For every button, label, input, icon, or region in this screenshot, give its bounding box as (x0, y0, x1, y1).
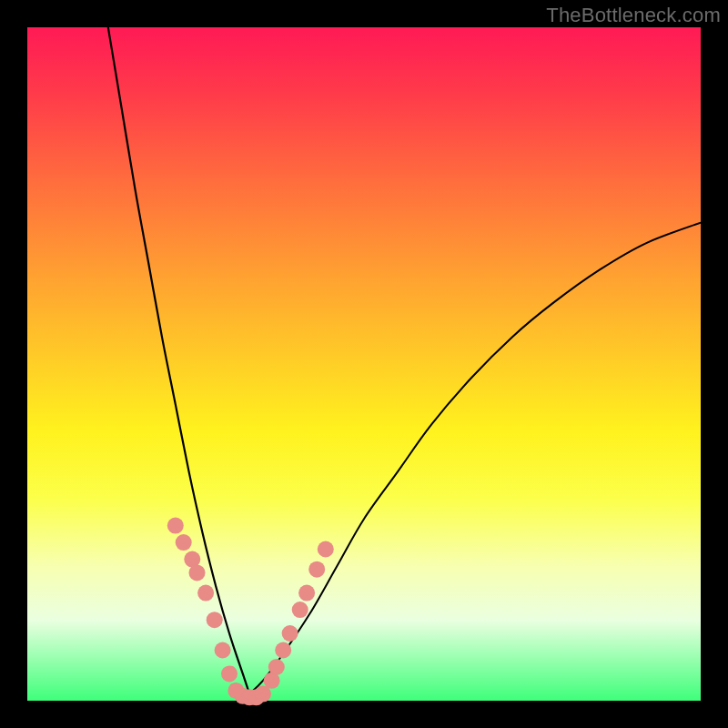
highlight-marker (275, 642, 291, 659)
plot-area (27, 27, 701, 701)
highlight-marker (292, 602, 308, 618)
curve-right-branch (249, 223, 701, 694)
highlight-marker (189, 564, 206, 581)
highlight-marker (282, 625, 298, 642)
curve-left-branch (108, 27, 249, 694)
highlight-marker (318, 541, 334, 558)
highlight-markers (167, 518, 334, 706)
highlight-marker (176, 534, 192, 551)
highlight-marker (167, 518, 184, 534)
highlight-marker (197, 585, 214, 602)
highlight-marker (268, 659, 285, 675)
highlight-marker (207, 612, 223, 628)
highlight-marker (221, 665, 238, 682)
highlight-marker (215, 642, 231, 659)
highlight-marker (308, 561, 325, 578)
curve-layer (27, 27, 701, 701)
chart-frame: TheBottleneck.com (0, 0, 728, 728)
highlight-marker (298, 585, 315, 602)
watermark-text: TheBottleneck.com (546, 4, 721, 27)
highlight-marker (255, 686, 271, 703)
